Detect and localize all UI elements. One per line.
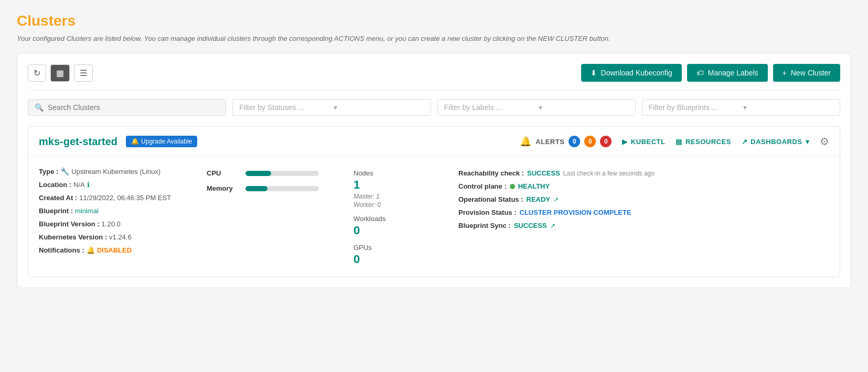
settings-button[interactable]: ⚙ [820,135,829,148]
filters-row: 🔍 Filter by Statuses ... ▾ Filter by Lab… [28,99,840,116]
alerts-section: 🔔 ALERTS 0 0 0 [520,136,612,147]
page-title: Clusters [17,13,851,29]
filter-blueprints-dropdown[interactable]: Filter by Blueprints ... ▾ [642,99,840,116]
new-cluster-button[interactable]: + New Cluster [773,64,840,82]
kubectl-link[interactable]: ▶ KUBECTL [622,138,665,146]
alert-icon: 🔔 [520,136,531,147]
cluster-actions: 🔔 ALERTS 0 0 0 ▶ KUBECTL ▤ RESOURCES [520,135,829,148]
operational-row: Operational Status : READY ↗ [458,195,829,203]
download-kubeconfig-button[interactable]: ⬇ Download Kubeconfig [581,64,682,82]
info-icon: ℹ [87,181,90,189]
refresh-button[interactable]: ↻ [28,64,46,82]
cpu-row: CPU [207,169,353,177]
filter-labels-dropdown[interactable]: Filter by Labels ... ▾ [437,99,636,116]
provision-row: Provision Status : CLUSTER PROVISION COM… [458,209,829,216]
info-column: Type : 🔧 Upstream Kubernetes (Linux) Loc… [39,167,207,266]
label-icon: 🏷 [696,69,704,77]
grid-view-button[interactable]: ▦ [50,64,70,82]
type-row: Type : 🔧 Upstream Kubernetes (Linux) [39,167,207,176]
blueprint-version-row: Blueprint Version : 1.20.0 [39,220,207,228]
dashboards-link[interactable]: ↗ DASHBOARDS ▾ [742,138,809,146]
chevron-down-icon: ▾ [806,138,810,146]
k8s-version-row: Kubernetes Version : v1.24.6 [39,233,207,241]
refresh-icon: ↻ [34,68,40,78]
health-dot [510,184,515,189]
memory-row: Memory [207,184,353,192]
control-plane-row: Control plane : HEALTHY [458,182,829,190]
chevron-down-icon: ▾ [743,103,833,112]
download-icon: ⬇ [591,69,597,77]
list-icon: ☰ [80,68,87,78]
reachability-status: SUCCESS [527,169,560,177]
type-icon: 🔧 [60,167,69,176]
resources-link[interactable]: ▤ RESOURCES [676,138,731,146]
memory-progress-bg [245,186,319,191]
status-column: Reachability check : SUCCESS Last check-… [458,167,829,266]
cluster-body: Type : 🔧 Upstream Kubernetes (Linux) Loc… [28,157,840,277]
reachability-row: Reachability check : SUCCESS Last check-… [458,169,829,177]
resources-icon: ▤ [676,138,682,146]
terminal-icon: ▶ [622,138,628,146]
plus-icon: + [783,69,787,77]
list-view-button[interactable]: ☰ [74,64,93,82]
search-input[interactable] [48,103,219,112]
chart-icon: ↗ [742,138,748,146]
upgrade-badge: 🔔 Upgrade Available [126,136,197,147]
memory-progress-fill [245,186,267,191]
notifications-value: 🔔 DISABLED [87,246,132,254]
cluster-card: mks-get-started 🔔 Upgrade Available 🔔 AL… [28,126,840,277]
control-plane-status: HEALTHY [518,182,550,190]
chevron-down-icon: ▾ [334,103,424,112]
alert-badge-red: 0 [600,136,612,147]
alerts-label: ALERTS [535,138,564,146]
created-row: Created At : 11/29/2022, 06:46:35 PM EST [39,194,207,202]
nodes-column: Nodes 1 Master: 1 Worker: 0 Workloads 0 … [353,167,458,266]
nodes-stat: Nodes 1 Master: 1 Worker: 0 [353,169,458,209]
filter-statuses-dropdown[interactable]: Filter by Statuses ... ▾ [232,99,431,116]
toolbar: ↻ ▦ ☰ ⬇ Download Kubeconfig 🏷 Manage Lab… [28,64,840,91]
blueprint-row: Blueprint : minimal [39,207,207,215]
manage-labels-button[interactable]: 🏷 Manage Labels [687,64,768,82]
cpu-progress-bg [245,171,319,176]
resource-column: CPU Memory [207,167,353,266]
toolbar-left: ↻ ▦ ☰ [28,64,93,82]
blueprint-sync-row: Blueprint Sync : SUCCESS ↗ [458,222,829,229]
chevron-down-icon: ▾ [539,103,629,112]
blueprint-sync-status: SUCCESS [514,222,547,229]
search-icon: 🔍 [35,103,44,112]
grid-icon: ▦ [56,68,64,78]
cluster-header: mks-get-started 🔔 Upgrade Available 🔔 AL… [28,127,840,157]
alert-badge-blue: 0 [569,136,580,147]
provision-status: CLUSTER PROVISION COMPLETE [520,209,631,216]
page-subtitle: Your configured Clusters are listed belo… [17,35,851,42]
main-card: ↻ ▦ ☰ ⬇ Download Kubeconfig 🏷 Manage Lab… [17,53,851,288]
bell-icon: 🔔 [131,138,139,145]
gpus-stat: GPUs 0 [353,244,458,266]
bell-muted-icon: 🔔 [87,246,95,254]
external-link-icon-2: ↗ [550,222,555,229]
external-link-icon: ↗ [553,196,559,203]
cluster-name: mks-get-started [39,136,117,148]
workloads-stat: Workloads 0 [353,215,458,237]
notifications-row: Notifications : 🔔 DISABLED [39,246,207,254]
operational-status: READY [527,195,551,203]
alert-badge-orange: 0 [584,136,596,147]
cpu-progress-fill [245,171,271,176]
search-box: 🔍 [28,99,226,116]
location-row: Location : N/A ℹ [39,181,207,189]
gear-icon: ⚙ [820,136,829,147]
